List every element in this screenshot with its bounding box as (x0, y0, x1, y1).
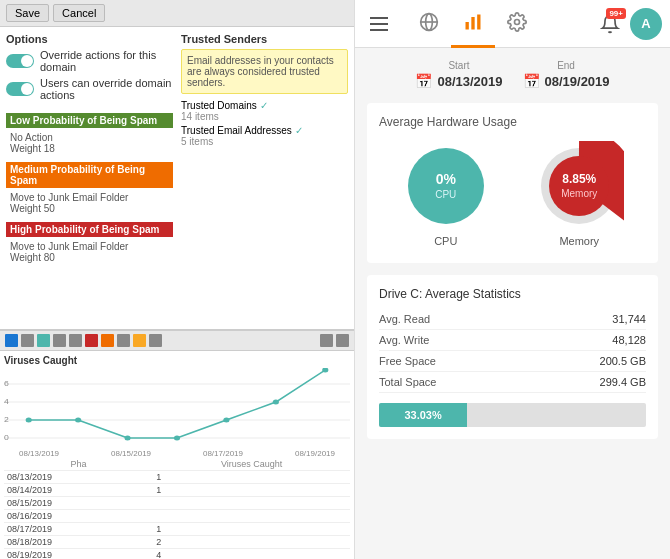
save-button[interactable]: Save (6, 4, 49, 22)
avatar-button[interactable]: A (630, 8, 662, 40)
chart-section: Viruses Caught 0 2 4 6 (0, 329, 354, 559)
notification-button[interactable]: 99+ (594, 8, 626, 40)
end-calendar-icon[interactable]: 📅 (523, 73, 540, 89)
nav-globe-button[interactable] (407, 0, 451, 48)
cpu-pct: 0% (435, 171, 456, 187)
svg-point-13 (273, 400, 279, 405)
table-row: 08/19/20194 (4, 549, 350, 560)
cpu-text: 0% CPU (435, 171, 456, 201)
chart-icon-r1[interactable] (320, 334, 333, 347)
right-panel: 99+ A Start 📅 08/13/2019 End 📅 08/19/201… (355, 0, 670, 559)
chart-title: Viruses Caught (4, 355, 350, 366)
drive-title: Drive C: Average Statistics (379, 287, 646, 301)
hardware-card: Average Hardware Usage 0% CPU CPU (367, 103, 658, 263)
end-date-row: 📅 08/19/2019 (523, 73, 610, 89)
stat-row: Free Space 200.5 GB (379, 351, 646, 372)
chart-icon-10 (149, 334, 162, 347)
trusted-note: Email addresses in your contacts are alw… (181, 49, 348, 94)
chart-icon-4 (53, 334, 66, 347)
cpu-gauge: 0% CPU CPU (401, 141, 491, 247)
chart-table: Pha Viruses Caught 08/13/2019108/14/2019… (4, 458, 350, 559)
progress-label: 33.03% (404, 409, 441, 421)
toggle-users-label: Users can override domain actions (40, 77, 173, 101)
drive-stats: Avg. Read 31,744 Avg. Write 48,128 Free … (379, 309, 646, 393)
chart-toolbar (0, 331, 354, 351)
right-content: Start 📅 08/13/2019 End 📅 08/19/2019 Aver… (355, 48, 670, 559)
cpu-circle: 0% CPU (401, 141, 491, 231)
high-prob-body: Move to Junk Email Folder Weight 80 (6, 239, 173, 265)
memory-text: 8.85% Memory (561, 172, 597, 200)
memory-sublabel: Memory (561, 188, 597, 199)
nav-settings-button[interactable] (495, 0, 539, 48)
svg-rect-18 (466, 22, 469, 30)
toggle-users[interactable] (6, 82, 34, 96)
left-panel: Save Cancel Options Override actions for… (0, 0, 355, 559)
end-label: End (557, 60, 575, 71)
memory-circle: 8.85% Memory (534, 141, 624, 231)
svg-point-12 (223, 418, 229, 423)
svg-text:0: 0 (4, 434, 9, 442)
toggle-row-1: Override actions for this domain (6, 49, 173, 73)
chart-icon-7 (101, 334, 114, 347)
chart-icon-2 (21, 334, 34, 347)
high-prob-action: Move to Junk Email Folder (10, 241, 169, 252)
trusted-senders-section: Trusted Senders Email addresses in your … (181, 33, 348, 271)
toggle-override[interactable] (6, 54, 34, 68)
toggle-row-2: Users can override domain actions (6, 77, 173, 101)
start-date-row: 📅 08/13/2019 (415, 73, 502, 89)
start-date-value: 08/13/2019 (437, 74, 502, 89)
hamburger-icon (370, 17, 388, 31)
options-section: Options Override actions for this domain… (6, 33, 173, 271)
low-prob-action: No Action (10, 132, 169, 143)
medium-prob-body: Move to Junk Email Folder Weight 50 (6, 190, 173, 216)
high-prob-weight: Weight 80 (10, 252, 169, 263)
chart-svg: 0 2 4 6 (4, 368, 350, 448)
svg-point-8 (26, 418, 32, 423)
cpu-sublabel: CPU (435, 189, 456, 200)
chart-icon-1 (5, 334, 18, 347)
col-header-date: Pha (4, 458, 153, 471)
gauges-row: 0% CPU CPU (379, 141, 646, 247)
table-row: 08/14/20191 (4, 484, 350, 497)
svg-point-10 (124, 436, 130, 441)
end-date-field: End 📅 08/19/2019 (523, 60, 610, 89)
memory-pct: 8.85% (561, 172, 597, 186)
svg-point-21 (515, 20, 520, 25)
trusted-senders-title: Trusted Senders (181, 33, 348, 45)
low-prob-weight: Weight 18 (10, 143, 169, 154)
start-calendar-icon[interactable]: 📅 (415, 73, 432, 89)
medium-prob-action: Move to Junk Email Folder (10, 192, 169, 203)
table-row: 08/15/2019 (4, 497, 350, 510)
end-date-value: 08/19/2019 (545, 74, 610, 89)
trusted-email: Trusted Email Addresses ✓ 5 items (181, 125, 348, 147)
cpu-label: CPU (434, 235, 457, 247)
left-top-content: Options Override actions for this domain… (0, 27, 354, 329)
svg-rect-19 (471, 17, 474, 30)
nav-icons (403, 0, 594, 48)
cancel-button[interactable]: Cancel (53, 4, 105, 22)
table-row: 08/18/20192 (4, 536, 350, 549)
hardware-title: Average Hardware Usage (379, 115, 646, 129)
svg-text:6: 6 (4, 380, 9, 388)
start-label: Start (448, 60, 469, 71)
chart-icon-r2[interactable] (336, 334, 349, 347)
memory-label: Memory (559, 235, 599, 247)
chart-area: Viruses Caught 0 2 4 6 (0, 351, 354, 559)
svg-point-11 (174, 436, 180, 441)
chart-content: Viruses Caught 0 2 4 6 (0, 351, 354, 559)
notification-badge: 99+ (606, 8, 626, 19)
medium-prob-title: Medium Probability of Being Spam (6, 162, 173, 188)
medium-prob-section: Medium Probability of Being Spam Move to… (6, 162, 173, 216)
nav-chart-button[interactable] (451, 0, 495, 48)
svg-text:4: 4 (4, 398, 9, 406)
toggle-override-label: Override actions for this domain (40, 49, 173, 73)
high-prob-section: High Probability of Being Spam Move to J… (6, 222, 173, 265)
svg-rect-20 (477, 15, 480, 30)
hamburger-button[interactable] (355, 0, 403, 48)
progress-bar-fill: 33.03% (379, 403, 467, 427)
date-range: Start 📅 08/13/2019 End 📅 08/19/2019 (367, 60, 658, 89)
chart-icon-3 (37, 334, 50, 347)
table-row: 08/16/2019 (4, 510, 350, 523)
memory-gauge: 8.85% Memory Memory (534, 141, 624, 247)
right-header: 99+ A (355, 0, 670, 48)
